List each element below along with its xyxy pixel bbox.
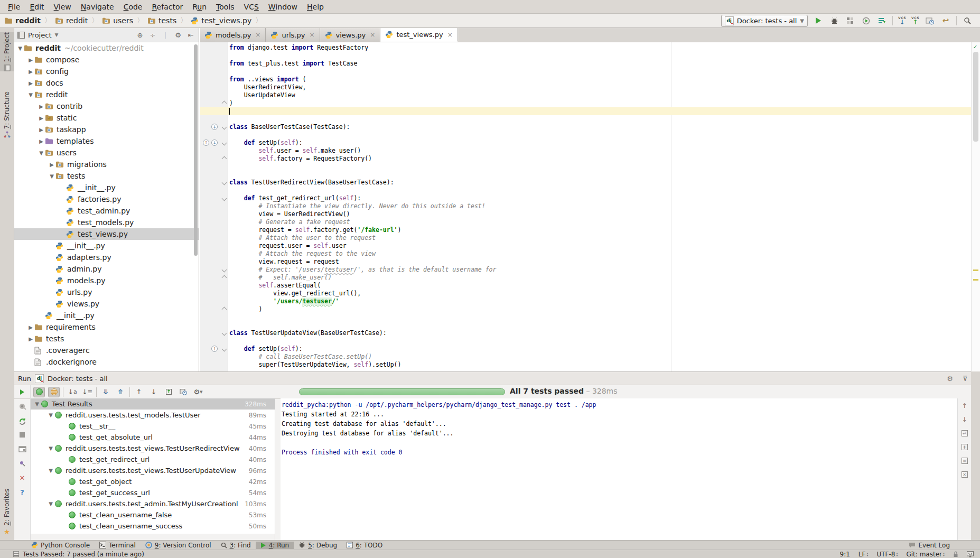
collapsed-arrow-icon[interactable]: ▶ xyxy=(27,57,34,63)
run-panel-splitter[interactable] xyxy=(275,398,275,540)
collapsed-arrow-icon[interactable]: ▶ xyxy=(38,115,45,121)
sort-alphabetically-button[interactable]: ↓a xyxy=(67,387,78,397)
search-everywhere-button[interactable] xyxy=(962,15,973,26)
project-tree-item-contrib[interactable]: ▶contrib xyxy=(14,100,199,112)
collapsed-arrow-icon[interactable]: ▶ xyxy=(27,80,34,86)
fold-marker-icon[interactable] xyxy=(222,125,227,130)
lock-icon[interactable] xyxy=(953,551,958,557)
panel-settings-button[interactable]: ⚙ xyxy=(173,31,183,39)
expanded-arrow-icon[interactable]: ▼ xyxy=(46,468,55,473)
test-settings-button[interactable]: ⚙▾ xyxy=(192,387,204,397)
project-tree-item-migrations[interactable]: ▶migrations xyxy=(14,159,199,170)
hide-panel-button[interactable]: ⇤ xyxy=(186,31,195,39)
menu-window[interactable]: Window xyxy=(264,1,302,13)
overrides-marker-icon[interactable]: ↑ xyxy=(203,140,209,146)
show-ignored-toggle[interactable] xyxy=(48,387,60,397)
expanded-arrow-icon[interactable]: ▼ xyxy=(46,412,55,418)
menu-help[interactable]: Help xyxy=(302,1,329,13)
expanded-arrow-icon[interactable]: ▼ xyxy=(38,150,45,156)
test-history-button[interactable] xyxy=(178,387,189,397)
editor-tab-views-py[interactable]: views.py× xyxy=(320,28,381,42)
menu-refactor[interactable]: Refactor xyxy=(147,1,188,13)
editor-tab-urls-py[interactable]: urls.py× xyxy=(266,28,320,42)
test-result-row-test-get-object[interactable]: test_get_object42ms xyxy=(31,476,275,487)
scroll-to-end-button[interactable]: ⇟ xyxy=(960,443,969,451)
toolwindow-button-python-console[interactable]: Python Console xyxy=(26,542,95,549)
project-tree-item-test-admin-py[interactable]: test_admin.py xyxy=(14,205,199,217)
menu-view[interactable]: View xyxy=(49,1,76,13)
fold-marker-icon[interactable] xyxy=(222,180,227,185)
test-console-output[interactable]: reddit_pycha:python -u /opt/.pycharm_hel… xyxy=(281,398,957,540)
overridden-marker-icon[interactable]: ↓ xyxy=(211,140,218,146)
close-tab-icon[interactable]: × xyxy=(447,31,453,39)
collapsed-arrow-icon[interactable]: ▶ xyxy=(38,127,45,133)
inspections-ok-icon[interactable]: ✓ xyxy=(973,44,979,50)
menu-vcs[interactable]: VCS xyxy=(239,1,264,13)
scroll-down-button[interactable]: ↓ xyxy=(960,415,969,424)
profiler-button[interactable] xyxy=(861,15,871,26)
project-tree-item-dockerignore[interactable]: .dockerignore xyxy=(14,356,199,368)
toolwindow-button-event-log[interactable]: Event Log xyxy=(904,542,955,549)
project-tree-item-test-models-py[interactable]: test_models.py xyxy=(14,217,199,228)
show-passed-toggle[interactable] xyxy=(33,387,45,397)
project-tree-item-compose[interactable]: ▶compose xyxy=(14,54,199,66)
fold-marker-icon[interactable] xyxy=(222,307,227,312)
run-with-coverage-button[interactable] xyxy=(876,15,887,26)
fold-marker-icon[interactable] xyxy=(222,267,227,273)
toolwindow-button-4-run[interactable]: 4: Run xyxy=(256,542,294,549)
fold-marker-icon[interactable] xyxy=(222,141,227,146)
collapsed-arrow-icon[interactable]: ▶ xyxy=(27,336,34,342)
test-results-tree[interactable]: ▼Test Results328ms▼reddit.users.tests.te… xyxy=(31,398,275,534)
undo-button[interactable]: ↩ xyxy=(940,15,951,26)
collapsed-arrow-icon[interactable]: ▶ xyxy=(38,104,45,109)
sort-by-duration-button[interactable]: ↓≡ xyxy=(81,387,93,397)
toolwindow-button-structure[interactable]: 7: Structure xyxy=(0,91,14,138)
fold-marker-icon[interactable] xyxy=(222,347,227,352)
clear-console-button[interactable]: ✕ xyxy=(960,470,969,479)
toolwindow-button-terminal[interactable]: Terminal xyxy=(95,542,141,549)
overrides-marker-icon[interactable]: ↑ xyxy=(211,346,218,352)
rerun-tests-button[interactable] xyxy=(17,387,27,397)
coverage-button[interactable] xyxy=(845,15,855,26)
project-tree-item-factories-py[interactable]: factories.py xyxy=(14,193,199,205)
test-result-row-test-str[interactable]: test__str__45ms xyxy=(31,421,275,432)
hide-panel-button[interactable]: ⊽ xyxy=(959,375,971,383)
test-result-row-test-clean-username-false[interactable]: test_clean_username_false53ms xyxy=(31,509,275,520)
locate-file-button[interactable]: ⊕ xyxy=(135,31,145,39)
test-result-row-test-get-absolute-url[interactable]: test_get_absolute_url44ms xyxy=(31,432,275,443)
test-result-row-reddit-users-tests-test-admin-testmyusercreationl[interactable]: ▼reddit.users.tests.test_admin.TestMyUse… xyxy=(31,498,275,509)
run-configuration-select[interactable]: dj Docker: tests - all ▼ xyxy=(721,15,808,27)
project-tree-item-init-py[interactable]: __init__.py xyxy=(14,240,199,252)
project-tree-item-views-py[interactable]: views.py xyxy=(14,298,199,310)
expanded-arrow-icon[interactable]: ▼ xyxy=(16,45,24,51)
recent-changes-button[interactable] xyxy=(925,15,935,26)
overridden-marker-icon[interactable]: ↓ xyxy=(211,124,218,130)
test-result-row-reddit-users-tests-test-models-testuser[interactable]: ▼reddit.users.tests.test_models.TestUser… xyxy=(31,410,275,421)
import-test-results-button[interactable] xyxy=(163,387,174,397)
toolwindow-button-favorites[interactable]: 2: Favorites ★ xyxy=(0,489,14,536)
line-ending-selector[interactable]: LF▴▾ xyxy=(858,551,869,558)
breadcrumb-item-reddit[interactable]: reddit xyxy=(55,16,88,25)
stop-button[interactable] xyxy=(17,430,27,440)
project-tree-item-test-views-py[interactable]: test_views.py xyxy=(14,228,199,240)
project-tree-scrollbar[interactable] xyxy=(193,42,198,371)
close-panel-button[interactable]: ✕ xyxy=(17,473,27,482)
toolwindow-toggle-icon[interactable] xyxy=(13,551,19,557)
collapse-all-button[interactable]: ÷ xyxy=(148,31,157,39)
pin-tab-button[interactable] xyxy=(17,459,27,468)
test-result-row-test-clean-username-success[interactable]: test_clean_username_success50ms xyxy=(31,520,275,532)
toolwindow-button-9-version-control[interactable]: 9: Version Control xyxy=(141,542,216,549)
fold-marker-icon[interactable] xyxy=(222,196,227,201)
project-tree-item-init-py[interactable]: __init__.py xyxy=(14,310,199,321)
toolwindow-button-project[interactable]: 1: Project xyxy=(0,32,14,71)
close-tab-icon[interactable]: × xyxy=(370,31,375,39)
highlighting-level-icon[interactable] xyxy=(967,551,974,557)
test-result-row-reddit-users-tests-test-views-testuserredirectview[interactable]: ▼reddit.users.tests.test_views.TestUserR… xyxy=(31,443,275,454)
project-tree-item-tests[interactable]: ▶tests xyxy=(14,333,199,345)
fold-marker-icon[interactable] xyxy=(222,331,227,336)
fold-marker-icon[interactable] xyxy=(222,101,227,106)
project-tree-item-admin-py[interactable]: admin.py xyxy=(14,263,199,275)
vcs-commit-button[interactable]: VCS↑ xyxy=(911,16,919,25)
menu-tools[interactable]: Tools xyxy=(211,1,239,13)
project-tree-item-reddit[interactable]: ▼reddit~/cookiecutter/reddit xyxy=(14,42,199,54)
